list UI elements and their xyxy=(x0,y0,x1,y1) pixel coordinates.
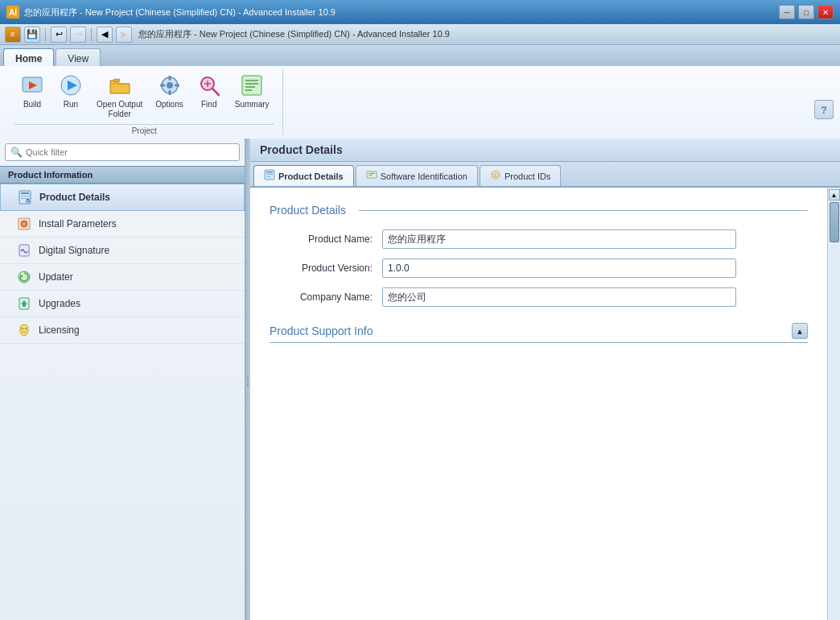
svg-rect-22 xyxy=(21,196,29,196)
tab-product-ids-label: Product IDs xyxy=(504,172,550,181)
ribbon-group-buttons: Build Run xyxy=(14,69,274,122)
product-support-info-section: Product Support Info ▲ xyxy=(270,323,808,343)
build-button[interactable]: Build xyxy=(14,69,50,113)
product-version-input[interactable] xyxy=(382,258,736,278)
sidebar-item-licensing-label: Licensing xyxy=(39,324,80,336)
install-parameters-icon xyxy=(16,216,32,232)
sidebar-item-product-details[interactable]: Product Details xyxy=(0,184,245,211)
product-details-section-title: Product Details xyxy=(270,204,808,217)
updater-icon xyxy=(16,269,32,285)
tab-product-details-label: Product Details xyxy=(278,172,344,181)
software-id-tab-icon xyxy=(366,169,377,183)
svg-line-12 xyxy=(212,89,219,95)
minimize-button[interactable]: ─ xyxy=(779,5,795,19)
summary-button[interactable]: Summary xyxy=(230,69,274,113)
content-tabs: Product Details Software Identification xyxy=(250,162,840,188)
build-icon xyxy=(19,72,45,98)
ribbon-tab-view[interactable]: View xyxy=(56,48,101,66)
svg-rect-9 xyxy=(160,85,165,87)
svg-point-6 xyxy=(167,82,173,89)
scroll-thumb[interactable] xyxy=(830,202,839,242)
find-label: Find xyxy=(201,100,216,110)
product-name-input[interactable] xyxy=(382,229,736,249)
open-output-folder-button[interactable]: Open Output Folder xyxy=(92,69,147,122)
summary-label: Summary xyxy=(235,100,270,110)
svg-point-35 xyxy=(25,328,27,330)
sidebar-item-digital-signature-label: Digital Signature xyxy=(39,245,109,256)
tab-product-details[interactable]: Product Details xyxy=(253,165,354,186)
tab-software-identification-label: Software Identification xyxy=(381,172,467,181)
title-bar-left: AI 您的应用程序 - New Project (Chinese (Simpli… xyxy=(6,6,336,19)
content-body: Product Details Product Name: Product Ve… xyxy=(250,188,840,620)
svg-rect-42 xyxy=(369,176,373,176)
ribbon-tab-home[interactable]: Home xyxy=(3,48,54,66)
upgrades-icon xyxy=(16,296,32,312)
scroll-up-arrow[interactable]: ▲ xyxy=(829,189,840,200)
ribbon-content: Build Run xyxy=(0,66,840,138)
sidebar-item-upgrades[interactable]: Upgrades xyxy=(0,291,245,317)
svg-rect-37 xyxy=(266,172,273,173)
svg-text:ID: ID xyxy=(492,172,498,178)
quick-filter-input[interactable] xyxy=(26,147,234,157)
product-ids-tab-icon: ID xyxy=(490,169,501,183)
collapse-support-button[interactable]: ▲ xyxy=(792,323,808,339)
svg-rect-40 xyxy=(367,172,377,178)
company-name-input[interactable] xyxy=(382,287,736,307)
product-name-row: Product Name: xyxy=(270,229,808,249)
window-title: 您的应用程序 - New Project (Chinese (Simplifie… xyxy=(24,6,336,19)
build-label: Build xyxy=(23,100,41,110)
sidebar-section-header: Product Information xyxy=(0,166,245,184)
svg-rect-15 xyxy=(242,76,261,95)
svg-rect-23 xyxy=(21,198,27,199)
back-button[interactable]: ◀ xyxy=(97,27,113,43)
open-folder-icon xyxy=(107,72,133,98)
app-menu-button[interactable]: ≡ xyxy=(5,27,21,43)
product-name-label: Product Name: xyxy=(270,234,382,245)
sidebar-item-licensing[interactable]: Licensing xyxy=(0,317,245,344)
run-button[interactable]: Run xyxy=(53,69,89,113)
open-output-folder-label: Open Output Folder xyxy=(97,100,142,119)
find-button[interactable]: Find xyxy=(191,69,227,113)
svg-point-34 xyxy=(22,328,24,330)
main-area: 🔍 Product Information Product Details xyxy=(0,138,840,620)
summary-icon xyxy=(239,72,265,98)
app-icon: AI xyxy=(6,6,19,19)
forward-button[interactable]: ▶ xyxy=(116,27,132,43)
sidebar-item-updater-label: Updater xyxy=(39,271,73,283)
product-version-label: Product Version: xyxy=(270,262,382,274)
find-icon xyxy=(196,72,222,98)
sidebar-item-updater[interactable]: Updater xyxy=(0,264,245,291)
run-label: Run xyxy=(64,100,78,110)
svg-rect-38 xyxy=(266,174,273,175)
toolbar-separator-2 xyxy=(91,28,92,41)
sidebar-item-install-parameters-label: Install Parameters xyxy=(39,218,117,229)
close-button[interactable]: ✕ xyxy=(817,5,834,19)
help-button[interactable]: ? xyxy=(814,100,834,119)
company-name-row: Company Name: xyxy=(270,287,808,307)
company-name-label: Company Name: xyxy=(270,291,382,303)
sidebar-item-install-parameters[interactable]: Install Parameters xyxy=(0,211,245,238)
ribbon-group-project: Build Run xyxy=(6,69,283,135)
options-button[interactable]: Options xyxy=(150,69,187,113)
tab-software-identification[interactable]: Software Identification xyxy=(356,165,478,186)
title-bar-controls: ─ □ ✕ xyxy=(779,5,834,19)
product-version-row: Product Version: xyxy=(270,258,808,278)
svg-rect-7 xyxy=(168,76,171,81)
svg-point-27 xyxy=(23,222,26,225)
maximize-button[interactable]: □ xyxy=(798,5,814,19)
svg-rect-41 xyxy=(369,173,375,174)
sidebar-item-upgrades-label: Upgrades xyxy=(39,298,80,309)
content-header: Product Details xyxy=(250,138,840,162)
sidebar-item-digital-signature[interactable]: Digital Signature xyxy=(0,238,245,264)
save-quick-button[interactable]: 💾 xyxy=(24,27,40,43)
quick-filter-container: 🔍 xyxy=(5,143,240,161)
tab-product-ids[interactable]: ID Product IDs xyxy=(480,165,561,186)
redo-button[interactable]: ↪ xyxy=(70,27,86,43)
content-scrollbar: ▲ xyxy=(827,188,840,620)
product-support-info-title: Product Support Info xyxy=(270,324,373,337)
undo-button[interactable]: ↩ xyxy=(51,27,67,43)
product-details-icon xyxy=(17,189,33,205)
ribbon: Home View Build xyxy=(0,45,840,138)
ribbon-group-label: Project xyxy=(14,124,274,135)
svg-rect-4 xyxy=(113,79,120,82)
